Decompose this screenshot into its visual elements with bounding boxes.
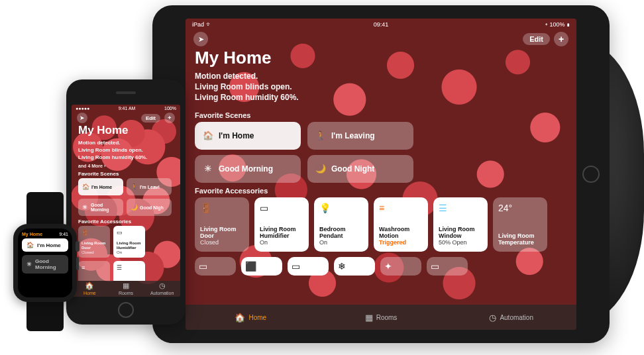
status-line-3: Living Room humidity 60%. xyxy=(195,92,567,103)
iphone-tab-bar: 🏠Home ▦Rooms ◷Automation xyxy=(72,281,180,297)
acc-name: Living Room Door xyxy=(200,226,244,240)
home-tab-icon: 🏠 xyxy=(85,281,94,290)
ipad-title-block: My Home Motion detected. Living Room bli… xyxy=(186,48,576,107)
watch-app-title: My Home xyxy=(22,232,42,236)
add-button[interactable]: + xyxy=(164,113,175,123)
home-tab-icon: 🏠 xyxy=(235,313,245,323)
light-icon: 💡 xyxy=(319,203,363,213)
tab-rooms[interactable]: ▦Rooms xyxy=(108,281,144,297)
mini-icon: ▭ xyxy=(199,261,232,272)
ipad-screen: iPad ᯤ 09:41 ᛭ 100% ▮ ➤ Edit + My Home M… xyxy=(186,19,576,330)
humidifier-icon: ▭ xyxy=(260,203,303,213)
acc-living-room-temp[interactable]: 24°Living Room Temperature xyxy=(493,197,547,252)
acc-humidifier[interactable]: ▭Living Room HumidifierOn xyxy=(113,226,145,258)
iphone-speaker xyxy=(116,91,136,94)
page-title: My Home xyxy=(78,124,174,137)
sun-icon: ☀ xyxy=(27,261,32,268)
tab-automation[interactable]: ◷Automation xyxy=(144,281,180,297)
acc-mini-6[interactable]: ▭ xyxy=(427,257,468,276)
scene-label: I'm Leaving xyxy=(331,131,375,140)
ipad-acc-row: 🚪Living Room DoorClosed ▭Living Room Hum… xyxy=(186,197,576,252)
home-icon: 🏠 xyxy=(27,242,34,248)
moon-icon: 🌙 xyxy=(131,204,137,211)
leaving-icon: 🚶 xyxy=(315,130,326,141)
acc-living-room-window[interactable]: ☰Living Room Window50% Open xyxy=(433,197,488,252)
status-left: ●●●●● xyxy=(76,106,89,111)
edit-button[interactable]: Edit xyxy=(141,114,160,123)
acc-living-room-window[interactable]: ☰Living Room Window xyxy=(113,261,145,280)
acc-section-label: Favorite Accessories xyxy=(72,216,180,226)
acc-mini-2[interactable]: ⬛ xyxy=(241,257,282,276)
mini-icon: ✦ xyxy=(384,261,417,272)
acc-living-room-door[interactable]: 🚪Living Room DoorClosed xyxy=(195,197,249,252)
iphone-scene-grid: 🏠I'm Home 🚶I'm Leavi ☀Good Morning 🌙Good… xyxy=(72,178,180,216)
home-icon: 🏠 xyxy=(203,130,213,141)
blinds-icon: ☰ xyxy=(439,203,482,213)
acc-state: Triggered xyxy=(379,239,423,246)
acc-name: Living Room Humidifier xyxy=(117,241,142,250)
watch-status-bar: My Home 9:41 xyxy=(22,232,68,236)
acc-name: Bedroom Pendant xyxy=(319,226,363,240)
home-icon: 🏠 xyxy=(82,183,89,190)
scene-im-leaving[interactable]: 🚶I'm Leavi xyxy=(127,178,172,195)
tab-automation[interactable]: ◷Automation xyxy=(446,305,576,330)
status-right: ᛭ 100% ▮ xyxy=(545,21,570,28)
acc-name: Living Room Humidifier xyxy=(260,226,303,240)
scene-good-night[interactable]: 🌙Good Nigh xyxy=(127,199,172,216)
status-line-1: Motion detected. xyxy=(195,71,567,81)
scene-im-leaving[interactable]: 🚶I'm Leaving xyxy=(307,122,413,150)
acc-washroom-motion[interactable]: ≡Washroom MotionTriggered xyxy=(374,197,428,252)
acc-state: On xyxy=(319,239,363,246)
scene-im-home[interactable]: 🏠I'm Home xyxy=(195,122,301,150)
ipad-status-bar: iPad ᯤ 09:41 ᛭ 100% ▮ xyxy=(186,19,576,30)
acc-bedroom-pendant[interactable]: 💡Bedroom PendantOn xyxy=(314,197,368,252)
scene-label: I'm Home xyxy=(91,185,112,189)
scene-good-morning[interactable]: ☀Good Morning xyxy=(195,155,301,183)
status-time: 9:41 AM xyxy=(119,106,136,111)
scenes-section-label: Favorite Scenes xyxy=(72,168,180,178)
acc-name: Washroom Motion xyxy=(379,226,423,240)
watch-tile-label: I'm Home xyxy=(37,242,61,248)
location-icon[interactable]: ➤ xyxy=(77,113,87,123)
watch-time: 9:41 xyxy=(59,232,68,236)
acc-state: Closed xyxy=(200,239,244,246)
rooms-tab-icon: ▦ xyxy=(365,313,373,323)
acc-state: 50% Open xyxy=(439,239,482,246)
mini-icon: ▭ xyxy=(292,261,325,272)
tab-rooms[interactable]: ▦Rooms xyxy=(316,305,447,330)
watch-side-button[interactable] xyxy=(76,257,79,270)
watch-case: My Home 9:41 🏠I'm Home ☀Good Morning xyxy=(13,224,77,302)
rooms-tab-icon: ▦ xyxy=(123,281,129,290)
watch-scene-im-home[interactable]: 🏠I'm Home xyxy=(22,238,68,252)
automation-tab-icon: ◷ xyxy=(489,313,496,323)
ipad-acc-row-2: ▭ ⬛ ▭ ❄ ✦ ▭ xyxy=(186,257,576,276)
humidifier-icon: ▭ xyxy=(117,229,142,236)
acc-mini-1[interactable]: ▭ xyxy=(195,257,236,276)
tab-label: Rooms xyxy=(376,314,398,321)
iphone-home-button[interactable] xyxy=(118,302,134,318)
status-left: iPad ᯤ xyxy=(192,21,212,28)
add-button[interactable]: + xyxy=(554,32,568,46)
acc-mini-4[interactable]: ❄ xyxy=(334,257,375,276)
acc-mini-3[interactable]: ▭ xyxy=(288,257,329,276)
tab-home[interactable]: 🏠Home xyxy=(186,305,316,330)
acc-state: On xyxy=(260,239,303,246)
watch-crown[interactable] xyxy=(76,241,80,252)
acc-name: Living Room Window xyxy=(439,226,482,240)
acc-humidifier[interactable]: ▭Living Room HumidifierOn xyxy=(254,197,309,252)
scene-im-home[interactable]: 🏠I'm Home xyxy=(78,178,123,195)
scene-good-night[interactable]: 🌙Good Night xyxy=(307,155,413,183)
mini-icon: ❄ xyxy=(338,261,371,272)
status-line-1: Motion detected. xyxy=(78,140,174,147)
watch-scene-good-morning[interactable]: ☀Good Morning xyxy=(22,255,68,274)
ipad-home-button[interactable] xyxy=(582,166,600,183)
iphone-title-block: My Home Motion detected. Living Room bli… xyxy=(72,124,180,164)
acc-mini-5[interactable]: ✦ xyxy=(380,257,421,276)
status-line-2: Living Room blinds open. xyxy=(195,81,567,92)
edit-button[interactable]: Edit xyxy=(523,33,550,45)
location-icon[interactable]: ➤ xyxy=(193,32,208,46)
door-icon: 🚪 xyxy=(200,203,244,213)
page-title: My Home xyxy=(195,48,567,68)
ipad-device: iPad ᯤ 09:41 ᛭ 100% ▮ ➤ Edit + My Home M… xyxy=(152,5,610,343)
more-link[interactable]: and 4 More › xyxy=(72,164,180,168)
